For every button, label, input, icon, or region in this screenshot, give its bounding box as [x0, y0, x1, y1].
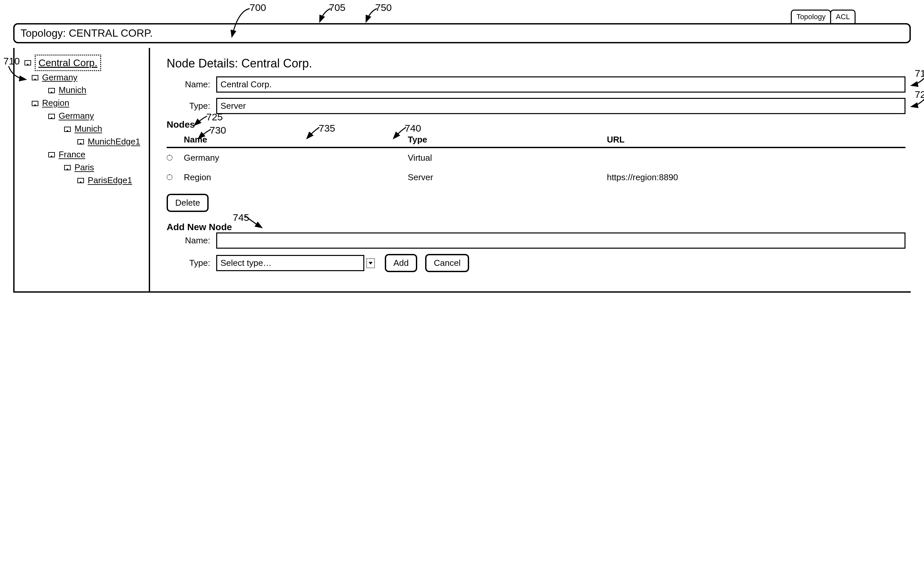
tree-pane: Central Corp. Germany Munich Region Germ… [15, 48, 150, 291]
add-node-heading: Add New Node [167, 222, 906, 232]
cell-name: Region [180, 172, 408, 182]
tree-node-region[interactable]: Region [32, 97, 144, 109]
tree-node-label[interactable]: Germany [58, 111, 94, 121]
collapse-icon[interactable] [64, 127, 71, 132]
main-split: Central Corp. Germany Munich Region Germ… [13, 48, 911, 293]
col-header-name: Name [180, 135, 408, 145]
type-row: Type: [167, 98, 906, 114]
add-name-label: Name: [167, 235, 216, 246]
delete-row: Delete [167, 194, 906, 212]
tab-strip: Topology ACL [13, 6, 911, 23]
collapse-icon[interactable] [48, 114, 55, 119]
collapse-icon[interactable] [77, 139, 84, 144]
tree-root-label[interactable]: Central Corp. [35, 55, 101, 71]
collapse-icon[interactable] [24, 60, 31, 65]
nodes-table-header: Name Type URL [167, 133, 906, 148]
name-field[interactable] [216, 76, 906, 93]
tree-node-label[interactable]: France [58, 150, 85, 160]
cancel-button[interactable]: Cancel [425, 254, 469, 272]
tree-node-region-germany[interactable]: Germany [48, 109, 144, 122]
delete-button[interactable]: Delete [167, 194, 209, 212]
add-buttons-group: Add Cancel [385, 254, 469, 272]
type-select[interactable]: Select type… [216, 254, 375, 272]
radio-icon[interactable] [167, 155, 173, 161]
collapse-icon[interactable] [32, 101, 38, 106]
screen-root: 700 705 750 710 Topology ACL Topology: C… [13, 6, 911, 293]
tab-topology[interactable]: Topology [791, 10, 831, 23]
table-row[interactable]: Germany Virtual [167, 148, 906, 168]
cell-type: Virtual [408, 153, 606, 163]
callout-720: 720 [915, 89, 924, 100]
collapse-icon[interactable] [32, 75, 38, 80]
cell-name: Germany [180, 153, 408, 163]
add-type-label: Type: [167, 258, 216, 268]
tree-node-label[interactable]: Munich [58, 85, 86, 95]
callout-745: 745 [233, 212, 249, 223]
add-type-row: Type: Select type… Add Cancel [167, 254, 906, 272]
tree-node-munich-edge1[interactable]: MunichEdge1 [77, 135, 144, 148]
nodes-section-heading: Nodes [167, 119, 906, 130]
tree-node-region-germany-munich[interactable]: Munich [64, 122, 144, 135]
cell-url: https://region:8890 [607, 172, 906, 182]
topology-tree: Central Corp. Germany Munich Region Germ… [24, 55, 144, 187]
tab-acl[interactable]: ACL [830, 10, 856, 23]
tree-node-label[interactable]: Region [42, 98, 69, 108]
name-row: Name: [167, 76, 906, 93]
tabs-right: Topology ACL [791, 10, 854, 23]
node-details-heading: Node Details: Central Corp. [167, 57, 906, 70]
chevron-down-icon[interactable] [366, 258, 375, 268]
callout-715: 715 [915, 68, 924, 79]
collapse-icon[interactable] [64, 165, 71, 170]
tree-node-munich[interactable]: Munich [48, 84, 144, 97]
nodes-table: 730 735 740 Name Type URL Germany Virtua… [167, 133, 906, 187]
col-header-type: Type [408, 135, 606, 145]
title-bar: Topology: CENTRAL CORP. [13, 23, 911, 43]
callout-arrow-720 [909, 95, 924, 112]
details-heading-node: Central Corp. [242, 57, 312, 70]
details-pane: 715 720 Node Details: Central Corp. Name… [150, 48, 911, 291]
tree-node-paris-edge1[interactable]: ParisEdge1 [77, 174, 144, 187]
tree-node-region-france[interactable]: France [48, 148, 144, 161]
table-row[interactable]: Region Server https://region:8890 [167, 168, 906, 187]
radio-icon[interactable] [167, 174, 173, 180]
name-label: Name: [167, 80, 216, 89]
title-name: CENTRAL CORP. [69, 27, 153, 39]
type-field[interactable] [216, 98, 906, 114]
cell-type: Server [408, 172, 606, 182]
tree-node-label[interactable]: ParisEdge1 [88, 175, 132, 185]
callout-arrow-715 [909, 74, 924, 90]
title-prefix: Topology: [21, 27, 69, 39]
tree-node-label[interactable]: MunichEdge1 [88, 137, 140, 147]
details-heading-prefix: Node Details: [167, 57, 242, 70]
tree-node-germany[interactable]: Germany [32, 71, 144, 84]
collapse-icon[interactable] [48, 88, 55, 93]
tree-node-label[interactable]: Paris [75, 163, 94, 173]
tree-node-label[interactable]: Munich [75, 124, 102, 134]
tree-node-label[interactable]: Germany [42, 72, 77, 82]
collapse-icon[interactable] [48, 152, 55, 157]
collapse-icon[interactable] [77, 178, 84, 183]
col-header-url: URL [607, 135, 906, 145]
add-name-row: Name: [167, 232, 906, 248]
tree-root[interactable]: Central Corp. [24, 55, 144, 71]
type-label: Type: [167, 101, 216, 111]
tree-node-region-france-paris[interactable]: Paris [64, 161, 144, 174]
add-name-field[interactable] [216, 232, 906, 248]
type-select-box[interactable]: Select type… [216, 255, 364, 271]
add-button[interactable]: Add [385, 254, 417, 272]
